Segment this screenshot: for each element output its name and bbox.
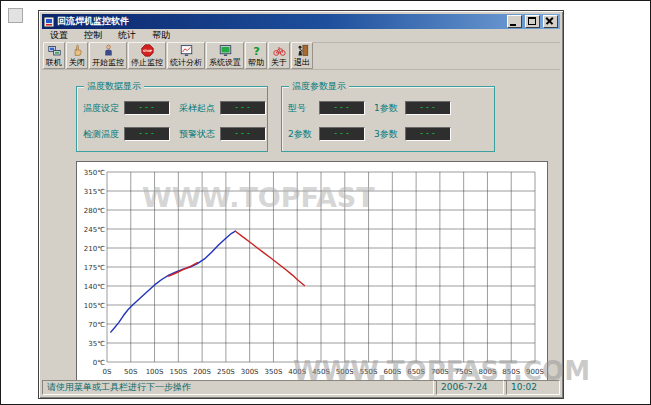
svg-text:175℃: 175℃ — [84, 264, 105, 272]
minimize-icon — [510, 24, 516, 26]
lcd-model: --- — [319, 101, 365, 115]
temperature-data-panel: 温度数据显示 温度设定 --- 采样起点 --- 检测温度 --- — [76, 86, 268, 152]
field-temperature-setting: 温度设定 --- — [83, 101, 170, 115]
field-measured-temperature: 检测温度 --- — [83, 127, 170, 141]
hand-icon — [71, 44, 84, 57]
lcd-param-1: --- — [405, 101, 451, 115]
svg-text:600S: 600S — [383, 368, 401, 376]
svg-text:800S: 800S — [479, 368, 497, 376]
field-param-2: 2参数 --- — [288, 127, 365, 141]
stop-sign-icon: STOP — [141, 44, 154, 57]
svg-text:35℃: 35℃ — [88, 340, 105, 348]
toolbar-button-exit[interactable]: 退出 — [291, 42, 313, 69]
field-param-1: 1参数 --- — [374, 101, 451, 115]
panel-title: 温度参数显示 — [289, 81, 349, 92]
help-question-icon: ? — [250, 44, 263, 57]
panel-title: 温度数据显示 — [84, 81, 144, 92]
toolbar-label: 开始监控 — [92, 58, 124, 67]
toolbar-label: 停止监控 — [131, 58, 163, 67]
status-date: 2006-7-24 — [436, 380, 504, 395]
field-param-3: 3参数 --- — [374, 127, 451, 141]
corner-artifact — [8, 8, 23, 23]
toolbar-button-disconnect[interactable]: 关闭 — [66, 42, 88, 69]
field-sampling-start: 采样起点 --- — [179, 101, 266, 115]
svg-text:315℃: 315℃ — [84, 188, 105, 196]
toolbar-button-start-monitor[interactable]: 开始监控 — [89, 42, 127, 69]
person-icon — [102, 44, 115, 57]
svg-text:700S: 700S — [431, 368, 449, 376]
svg-text:245℃: 245℃ — [84, 226, 105, 234]
field-label: 温度设定 — [83, 102, 121, 115]
svg-text:550S: 550S — [360, 368, 378, 376]
svg-text:70℃: 70℃ — [88, 321, 105, 329]
menu-statistics[interactable]: 统计 — [110, 29, 144, 42]
toolbar-button-about[interactable]: 关于 — [268, 42, 290, 69]
field-label: 3参数 — [374, 128, 402, 141]
svg-text:500S: 500S — [336, 368, 354, 376]
lcd-sampling-start: --- — [220, 101, 266, 115]
toolbar-label: 联机 — [46, 58, 62, 67]
temperature-chart: 0S50S100S150S200S250S300S350S400S450S500… — [76, 161, 548, 381]
toolbar-label: 退出 — [294, 58, 310, 67]
exit-door-icon — [296, 44, 309, 57]
menu-help[interactable]: 帮助 — [144, 29, 178, 42]
menu-bar: 设置 控制 统计 帮助 — [42, 29, 560, 43]
svg-text:105℃: 105℃ — [84, 302, 105, 310]
svg-text:300S: 300S — [241, 368, 259, 376]
svg-text:50S: 50S — [124, 368, 138, 376]
menu-settings[interactable]: 设置 — [42, 29, 76, 42]
title-bar[interactable]: 回流焊机监控软件 — [42, 14, 560, 29]
toolbar-label: 关于 — [271, 58, 287, 67]
svg-text:210℃: 210℃ — [84, 245, 105, 253]
svg-text:350S: 350S — [265, 368, 283, 376]
field-label: 型号 — [288, 102, 316, 115]
status-bar: 请使用菜单或工具栏进行下一步操作 2006-7-24 10:02 — [42, 380, 560, 395]
temperature-profile-plot: 0S50S100S150S200S250S300S350S400S450S500… — [77, 162, 545, 378]
field-label: 采样起点 — [179, 102, 217, 115]
svg-text:?: ? — [253, 44, 260, 57]
field-alarm-status: 预警状态 --- — [179, 127, 266, 141]
field-model: 型号 --- — [288, 101, 365, 115]
status-message: 请使用菜单或工具栏进行下一步操作 — [42, 380, 434, 395]
temperature-params-panel: 温度参数显示 型号 --- 1参数 --- 2参数 --- — [281, 86, 495, 152]
bicycle-icon — [273, 44, 286, 57]
svg-text:350℃: 350℃ — [84, 169, 105, 177]
lcd-param-2: --- — [319, 127, 365, 141]
close-button[interactable] — [543, 15, 558, 28]
lcd-param-3: --- — [405, 127, 451, 141]
toolbar-button-help[interactable]: ? 帮助 — [245, 42, 267, 69]
toolbar-button-system-settings[interactable]: 系统设置 — [206, 42, 244, 69]
field-label: 检测温度 — [83, 128, 121, 141]
field-label: 1参数 — [374, 102, 402, 115]
maximize-icon — [528, 17, 536, 25]
minimize-button[interactable] — [507, 15, 522, 28]
menu-control[interactable]: 控制 — [76, 29, 110, 42]
lcd-temperature-setting: --- — [124, 101, 170, 115]
svg-text:280℃: 280℃ — [84, 207, 105, 215]
toolbar-button-connect[interactable]: 联机 — [43, 42, 65, 69]
svg-text:850S: 850S — [502, 368, 520, 376]
toolbar-label: 系统设置 — [209, 58, 241, 67]
app-icon — [44, 17, 54, 27]
svg-text:STOP: STOP — [142, 49, 152, 53]
lcd-measured-temperature: --- — [124, 127, 170, 141]
svg-text:150S: 150S — [169, 368, 187, 376]
svg-text:400S: 400S — [288, 368, 306, 376]
svg-text:200S: 200S — [193, 368, 211, 376]
svg-text:250S: 250S — [217, 368, 235, 376]
lcd-alarm-status: --- — [220, 127, 266, 141]
field-label: 2参数 — [288, 128, 316, 141]
svg-text:100S: 100S — [146, 368, 164, 376]
toolbar-label: 关闭 — [69, 58, 85, 67]
toolbar-button-statistics[interactable]: 统计分析 — [167, 42, 205, 69]
maximize-button[interactable] — [525, 15, 540, 28]
svg-text:750S: 750S — [455, 368, 473, 376]
toolbar-button-stop-monitor[interactable]: STOP 停止监控 — [128, 42, 166, 69]
computer-link-icon — [48, 44, 61, 57]
window-title: 回流焊机监控软件 — [57, 14, 504, 29]
svg-text:450S: 450S — [312, 368, 330, 376]
svg-text:900S: 900S — [526, 368, 544, 376]
svg-text:0S: 0S — [103, 368, 112, 376]
field-label: 预警状态 — [179, 128, 217, 141]
svg-text:650S: 650S — [407, 368, 425, 376]
